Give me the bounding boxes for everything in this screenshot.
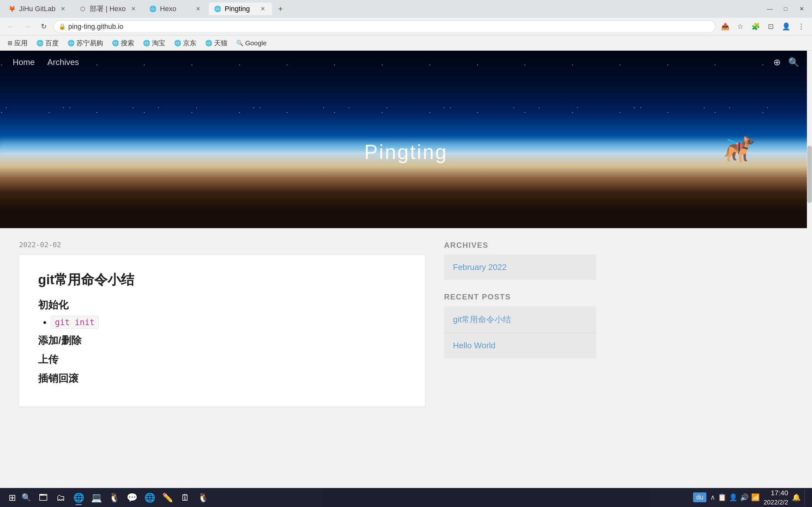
extensions-icon[interactable]: 🧩 — [749, 20, 763, 34]
scrollbar-track[interactable] — [807, 51, 812, 488]
taskbar-chrome[interactable]: 🌐 — [70, 489, 87, 506]
website-content: Home Archives ⊕ 🔍 Pingting 🐕‍🦺 2022-02-0… — [0, 51, 812, 507]
bookmark-suning-label: 苏宁易购 — [77, 39, 103, 48]
tray-volume[interactable]: 🔊 — [740, 493, 749, 502]
bookmark-icon[interactable]: ☆ — [733, 20, 747, 34]
bookmark-jd[interactable]: 🌐 京东 — [170, 38, 200, 49]
taskbar-search[interactable]: 🔍 — [21, 493, 31, 502]
recent-post-hello[interactable]: Hello World — [444, 333, 596, 358]
clock-time: 17:40 — [763, 488, 788, 498]
recent-post-git-link[interactable]: git常用命令小结 — [453, 315, 511, 324]
taskbar-wechat[interactable]: 💬 — [124, 489, 140, 506]
task-view-icon: 🗔 — [39, 493, 48, 503]
archive-link-feb2022[interactable]: February 2022 — [453, 262, 507, 272]
menu-icon[interactable]: ⋮ — [794, 20, 808, 34]
window-controls: — □ ✕ — [763, 4, 809, 14]
post-title[interactable]: git常用命令小结 — [38, 271, 406, 289]
show-desktop-button[interactable] — [804, 489, 808, 506]
back-button[interactable]: ← — [4, 20, 18, 34]
taskbar-file-explorer[interactable]: 🗂 — [53, 489, 69, 506]
system-clock[interactable]: 17:40 2022/2/2 — [763, 488, 788, 507]
bookmark-baidu[interactable]: 🌐 百度 — [33, 38, 62, 49]
recent-post-hello-link[interactable]: Hello World — [453, 341, 496, 350]
tab-close-hexo-deploy[interactable]: ✕ — [129, 4, 138, 13]
tray-user[interactable]: 👤 — [729, 493, 738, 502]
tab-close-hexo[interactable]: ✕ — [194, 4, 202, 13]
bookmark-google[interactable]: 🔍 Google — [233, 38, 270, 49]
bookmark-apps-label: 应用 — [14, 39, 28, 48]
bookmarks-bar: ⊞ 应用 🌐 百度 🌐 苏宁易购 🌐 搜索 🌐 淘宝 🌐 京东 🌐 天猫 🔍 — [0, 36, 812, 51]
url-bar[interactable]: 🔒 ping-ting.github.io — [53, 20, 716, 33]
nav-home[interactable]: Home — [13, 57, 35, 67]
screenshot-icon[interactable]: 📤 — [718, 20, 732, 34]
refresh-button[interactable]: ↻ — [37, 20, 51, 34]
bookmark-tianmao-label: 天猫 — [214, 39, 227, 48]
recent-post-git[interactable]: git常用命令小结 — [444, 306, 596, 333]
section-upload: 上传 — [38, 353, 406, 367]
maximize-button[interactable]: □ — [778, 4, 793, 14]
edge-icon: 🌐 — [144, 493, 155, 503]
bookmark-suning[interactable]: 🌐 苏宁易购 — [64, 38, 107, 49]
tab-hexo[interactable]: 🌐 Hexo ✕ — [144, 3, 207, 15]
archives-section: ARCHIVES February 2022 — [444, 241, 596, 280]
site-navigation: Home Archives ⊕ 🔍 — [0, 51, 812, 74]
chrome-icon: 🌐 — [73, 493, 84, 503]
wechat-icon: 💬 — [126, 493, 138, 503]
rss-icon[interactable]: ⊕ — [773, 57, 780, 67]
bookmark-search-label: 搜索 — [121, 39, 134, 48]
notification-icon[interactable]: 🔔 — [792, 493, 801, 502]
list-item: git init — [51, 317, 406, 327]
scrollbar-thumb[interactable] — [807, 146, 812, 203]
taskbar-edge[interactable]: 🌐 — [142, 489, 158, 506]
profile-icon[interactable]: 👤 — [779, 20, 793, 34]
penguin2-icon: 🐧 — [198, 493, 209, 503]
bookmark-apps[interactable]: ⊞ 应用 — [4, 38, 32, 49]
taskbar-task-view[interactable]: 🗔 — [35, 489, 51, 506]
bookmark-google-label: Google — [245, 39, 267, 47]
ime-indicator[interactable]: du — [693, 493, 706, 502]
taskbar-app-penguin1[interactable]: 🐧 — [106, 489, 122, 506]
tab-hexo-deploy[interactable]: ⬡ 部署 | Hexo ✕ — [74, 3, 143, 15]
minimize-button[interactable]: — — [763, 4, 777, 14]
content-area: 2022-02-02 git常用命令小结 初始化 git init 添加/删除 … — [0, 228, 812, 482]
recent-posts-section: RECENT POSTS git常用命令小结 Hello World — [444, 292, 596, 358]
taskbar-search-icon: 🔍 — [21, 493, 31, 502]
nav-archives[interactable]: Archives — [47, 57, 79, 67]
split-view-icon[interactable]: ⊡ — [764, 20, 778, 34]
tab-jihu-gitlab[interactable]: 🦊 JiHu GitLab ✕ — [3, 3, 72, 15]
tray-network[interactable]: 📶 — [751, 493, 760, 502]
search-icon[interactable]: 🔍 — [788, 57, 799, 67]
hero-banner: Home Archives ⊕ 🔍 Pingting 🐕‍🦺 — [0, 51, 812, 228]
tab-close-pingting[interactable]: ✕ — [258, 4, 267, 13]
taskbar-app-penguin2[interactable]: 🐧 — [195, 489, 211, 506]
sidebar: ARCHIVES February 2022 RECENT POSTS git常… — [444, 241, 596, 469]
tab-pingting[interactable]: 🌐 Pingting ✕ — [209, 3, 272, 15]
forward-button[interactable]: → — [20, 20, 34, 34]
recent-posts-heading: RECENT POSTS — [444, 292, 596, 301]
file-explorer-icon: 🗂 — [56, 493, 65, 503]
tray-chevron[interactable]: ∧ — [710, 493, 715, 502]
bookmark-tianmao[interactable]: 🌐 天猫 — [201, 38, 231, 49]
tray-clipboard[interactable]: 📋 — [718, 493, 726, 502]
mascot-image: 🐕‍🦺 — [723, 134, 755, 164]
address-bar: ← → ↻ 🔒 ping-ting.github.io 📤 ☆ 🧩 ⊡ 👤 ⋮ — [0, 18, 812, 36]
bookmark-taobao[interactable]: 🌐 淘宝 — [139, 38, 169, 49]
taskbar-app-edit[interactable]: ✏️ — [159, 489, 176, 506]
tab-favicon-hexo: 🌐 — [149, 5, 157, 13]
nav-right: ⊕ 🔍 — [773, 57, 799, 67]
security-icon: 🔒 — [59, 23, 66, 30]
new-tab-button[interactable]: + — [273, 2, 287, 16]
taskbar: ⊞ 🔍 🗔 🗂 🌐 💻 🐧 💬 🌐 ✏️ 🗓 — [0, 488, 812, 507]
tab-close-gitlab[interactable]: ✕ — [59, 4, 67, 13]
archive-item-feb2022[interactable]: February 2022 — [444, 255, 596, 280]
recent-posts-card: git常用命令小结 Hello World — [444, 306, 596, 358]
tab-favicon-gitlab: 🦊 — [8, 5, 16, 13]
bookmark-search[interactable]: 🌐 搜索 — [108, 38, 138, 49]
close-button[interactable]: ✕ — [794, 4, 809, 14]
section-add-delete: 添加/删除 — [38, 334, 406, 348]
taskbar-app-calendar[interactable]: 🗓 — [177, 489, 194, 506]
taskbar-vscode[interactable]: 💻 — [88, 489, 105, 506]
start-button[interactable]: ⊞ — [4, 489, 20, 506]
suning-favicon: 🌐 — [67, 40, 74, 47]
tab-favicon-pingting: 🌐 — [214, 5, 221, 13]
